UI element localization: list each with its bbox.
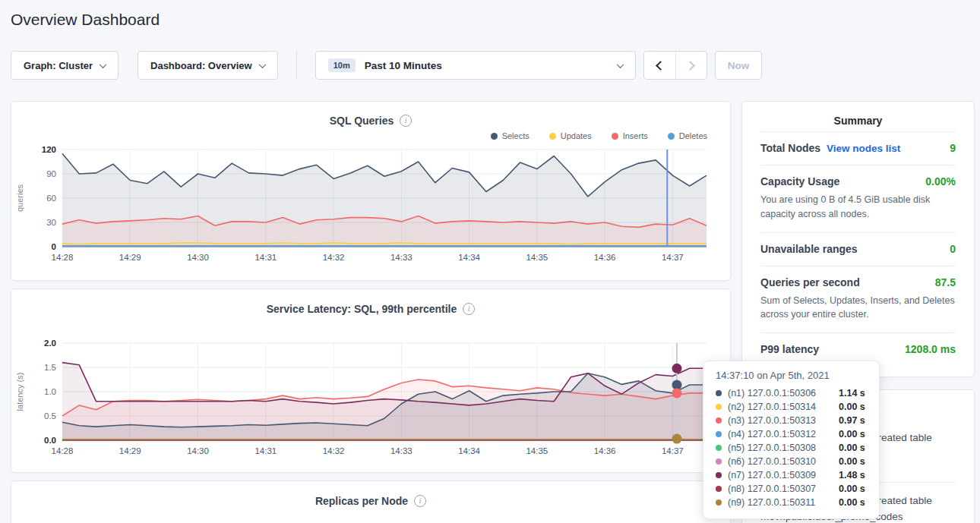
svg-text:0.5: 0.5 [44, 411, 56, 421]
unavailable-ranges-value: 0 [950, 243, 956, 255]
dashboard-select-label: Dashboard: Overview [150, 60, 252, 71]
time-step-back-button[interactable] [644, 52, 675, 79]
svg-text:0: 0 [52, 242, 56, 251]
svg-text:1.5: 1.5 [44, 363, 56, 372]
graph-scope-dropdown[interactable]: Graph: Cluster [11, 51, 119, 80]
node-color-dot-icon [716, 390, 722, 396]
tooltip-node-value: 0.00 s [839, 484, 865, 494]
node-color-dot-icon [716, 486, 722, 492]
svg-text:14:31: 14:31 [254, 446, 277, 455]
node-color-dot-icon [716, 499, 722, 506]
legend-label: Deletes [679, 131, 707, 140]
total-nodes-label: Total Nodes [760, 142, 820, 154]
legend-item-inserts[interactable]: Inserts [612, 131, 648, 140]
time-step-forward-button[interactable] [675, 52, 707, 79]
svg-text:60: 60 [46, 194, 56, 203]
tooltip-node-label: (n8) 127.0.0.1:50307 [728, 484, 839, 494]
svg-text:14:34: 14:34 [458, 253, 480, 262]
qps-desc: Sum of Selects, Updates, Inserts, and De… [760, 294, 956, 323]
legend-item-updates[interactable]: Updates [549, 131, 592, 140]
info-icon[interactable] [463, 303, 475, 315]
dashboard-select-dropdown[interactable]: Dashboard: Overview [138, 51, 278, 80]
replicas-per-node-title: Replicas per Node [315, 495, 408, 507]
svg-text:14:37: 14:37 [662, 253, 684, 262]
qps-label: Queries per second [760, 276, 860, 288]
chevron-down-icon [258, 61, 266, 68]
node-color-dot-icon [716, 472, 722, 478]
time-range-label: Past 10 Minutes [365, 60, 609, 71]
svg-text:14:29: 14:29 [119, 253, 141, 262]
svg-text:14:29: 14:29 [119, 446, 141, 455]
svg-text:90: 90 [46, 169, 56, 178]
service-latency-panel: Service Latency: SQL, 99th percentile 14… [11, 288, 731, 473]
legend-dot-icon [491, 133, 498, 140]
legend-item-deletes[interactable]: Deletes [668, 131, 707, 140]
tooltip-timestamp: 14:37:10 on Apr 5th, 2021 [716, 370, 867, 381]
time-step-buttons [643, 51, 707, 80]
qps-value: 87.5 [935, 276, 956, 288]
svg-text:14:35: 14:35 [526, 446, 548, 455]
legend-item-selects[interactable]: Selects [491, 131, 530, 140]
tooltip-node-label: (n3) 127.0.0.1:50313 [728, 415, 839, 426]
summary-row-qps: Queries per second 87.5 Sum of Selects, … [760, 266, 956, 333]
chevron-right-icon [685, 61, 695, 71]
svg-text:14:30: 14:30 [187, 446, 209, 455]
svg-text:2.0: 2.0 [44, 339, 56, 348]
node-color-dot-icon [716, 458, 722, 465]
svg-text:120: 120 [42, 145, 56, 154]
service-latency-chart[interactable]: 14:2814:2914:3014:3114:3214:3314:3414:35… [14, 337, 728, 460]
unavailable-ranges-label: Unavailable ranges [760, 243, 858, 255]
tooltip-row: (n6) 127.0.0.1:503100.00 s [716, 455, 867, 468]
chart-hover-tooltip: 14:37:10 on Apr 5th, 2021 (n1) 127.0.0.1… [703, 361, 880, 519]
sql-queries-panel: SQL Queries Selects Updates Inserts [11, 101, 731, 281]
legend-label: Updates [561, 131, 592, 140]
tooltip-node-label: (n6) 127.0.0.1:50310 [728, 456, 839, 467]
svg-text:14:33: 14:33 [390, 446, 413, 455]
svg-text:14:34: 14:34 [458, 446, 480, 455]
tooltip-row: (n8) 127.0.0.1:503070.00 s [716, 482, 867, 496]
sql-queries-legend: Selects Updates Inserts Deletes [11, 130, 730, 143]
tooltip-row: (n4) 127.0.0.1:503120.00 s [716, 427, 867, 441]
tooltip-node-label: (n1) 127.0.0.1:50306 [728, 388, 839, 399]
svg-text:14:36: 14:36 [594, 253, 616, 262]
overview-dashboard-page: Overview Dashboard Graph: Cluster Dashbo… [0, 0, 980, 523]
svg-text:14:37: 14:37 [662, 446, 684, 455]
tooltip-node-value: 1.14 s [839, 388, 865, 399]
graph-scope-label: Graph: Cluster [24, 60, 93, 71]
tooltip-row: (n2) 127.0.0.1:503140.00 s [716, 400, 867, 414]
summary-row-unavailable-ranges: Unavailable ranges 0 [760, 232, 956, 266]
total-nodes-value: 9 [950, 142, 956, 154]
capacity-usage-value: 0.00% [925, 175, 956, 187]
page-title: Overview Dashboard [11, 11, 160, 29]
svg-text:1.0: 1.0 [44, 387, 56, 396]
legend-label: Selects [502, 131, 530, 140]
now-button[interactable]: Now [715, 51, 763, 80]
controls-divider [296, 51, 297, 80]
node-color-dot-icon [716, 404, 722, 410]
svg-text:14:36: 14:36 [594, 446, 616, 455]
tooltip-node-value: 0.00 s [839, 456, 865, 467]
info-icon[interactable] [400, 115, 412, 127]
chevron-down-icon [100, 61, 107, 68]
time-range-dropdown[interactable]: 10m Past 10 Minutes [315, 51, 636, 80]
tooltip-node-value: 0.00 s [839, 429, 865, 440]
svg-text:14:30: 14:30 [187, 253, 209, 262]
svg-text:latency (s): latency (s) [15, 373, 24, 411]
tooltip-node-label: (n5) 127.0.0.1:50308 [728, 443, 839, 453]
chevron-left-icon [656, 61, 665, 71]
tooltip-node-label: (n4) 127.0.0.1:50312 [728, 429, 839, 440]
p99-latency-label: P99 latency [760, 343, 819, 355]
sql-queries-chart[interactable]: 14:2814:2914:3014:3114:3214:3314:3414:35… [14, 143, 728, 266]
summary-panel: Summary Total Nodes View nodes list 9 Ca… [741, 101, 975, 377]
view-nodes-list-link[interactable]: View nodes list [827, 143, 900, 154]
svg-text:14:31: 14:31 [254, 253, 277, 262]
dashboard-controls: Graph: Cluster Dashboard: Overview 10m P… [11, 51, 762, 80]
tooltip-node-value: 0.97 s [839, 415, 865, 426]
sql-queries-title: SQL Queries [330, 115, 394, 127]
tooltip-node-label: (n7) 127.0.0.1:50309 [728, 470, 839, 480]
tooltip-node-value: 0.00 s [839, 443, 865, 453]
tooltip-row: (n7) 127.0.0.1:503091.48 s [716, 468, 867, 482]
info-icon[interactable] [414, 495, 426, 507]
svg-text:0.0: 0.0 [44, 436, 56, 445]
legend-dot-icon [612, 133, 618, 140]
